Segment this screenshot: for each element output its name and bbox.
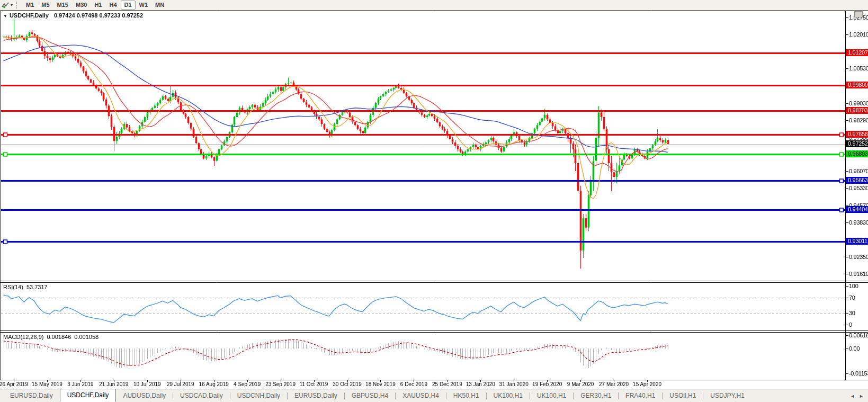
- level-price-label[interactable]: 1.01207: [846, 49, 868, 56]
- macd-label: MACD(12,26,9)0.0018460.001058: [3, 334, 102, 340]
- date-label: 23 Sep 2019: [262, 381, 300, 387]
- price-axis-tick: 0.99030: [849, 100, 868, 106]
- chart-canvas[interactable]: [0, 0, 868, 402]
- date-label: 4 Sep 2019: [228, 381, 266, 387]
- timeframe-button-m30[interactable]: M30: [72, 1, 91, 10]
- tab-usdchf-daily[interactable]: USDCHF,Daily: [60, 389, 117, 402]
- date-label: 25 Dec 2019: [428, 381, 466, 387]
- tab-uk100-h1[interactable]: UK100,H1: [487, 389, 530, 402]
- date-label: 6 Dec 2019: [395, 381, 433, 387]
- toolbar-grip[interactable]: [16, 2, 19, 8]
- price-axis-tick: 0.93830: [849, 219, 868, 226]
- date-label: 18 Nov 2019: [361, 381, 399, 387]
- tab-usoil-h1[interactable]: USOil,H1: [663, 389, 703, 402]
- timeframe-button-d1[interactable]: D1: [121, 1, 136, 10]
- price-axis-tick: 0.98290: [849, 117, 868, 123]
- macd-axis-tick: 0.00: [849, 345, 868, 352]
- timeframe-button-m5[interactable]: M5: [38, 1, 53, 10]
- rsi-value: 53.7317: [26, 284, 48, 290]
- tab-gbpusd-h4[interactable]: GBPUSD,H4: [345, 389, 395, 402]
- rsi-axis-tick: 30: [849, 310, 868, 316]
- tab-ger30-h1[interactable]: GER30,H1: [574, 389, 618, 402]
- price-axis-tick: 0.91610: [849, 271, 868, 277]
- date-label: 15 May 2019: [28, 381, 66, 387]
- tab-usdcnh-daily[interactable]: USDCNH,Daily: [230, 389, 287, 402]
- date-label: 9 Mar 2020: [561, 381, 599, 387]
- symbol-label: USDCHF,Daily: [10, 12, 49, 19]
- tab-usdcad-daily[interactable]: USDCAD,Daily: [173, 389, 230, 402]
- macd-axis-tick: -0.011531: [849, 370, 868, 377]
- macd-axis-tick: 0.006167: [849, 332, 868, 338]
- timeframe-button-m1[interactable]: M1: [22, 1, 38, 10]
- timeframe-group: M1M5M15M30H1H4D1W1MN: [22, 1, 168, 10]
- rsi-axis-tick: 70: [849, 294, 868, 301]
- date-label: 11 Oct 2019: [295, 381, 333, 387]
- tab-xauusd-h4[interactable]: XAUUSD,H4: [396, 389, 446, 402]
- date-label: 16 Aug 2019: [195, 381, 233, 387]
- tab-eurusd-daily[interactable]: EURUSD,Daily: [288, 389, 344, 402]
- date-label: 29 Jul 2019: [162, 381, 200, 387]
- chart-title: ▼USDCHF,Daily0.97424 0.97498 0.97233 0.9…: [3, 12, 143, 19]
- chart-tab-bar: EURUSD,DailyUSDCHF,DailyAUDUSD,DailyUSDC…: [0, 389, 868, 402]
- timeframe-button-h1[interactable]: H1: [91, 1, 105, 10]
- ohlc-values: 0.97424 0.97498 0.97233 0.97252: [54, 12, 143, 19]
- toolbar: ▾ M1M5M15M30H1H4D1W1MN: [0, 0, 868, 11]
- date-label: 13 Jan 2020: [461, 381, 499, 387]
- price-axis-tick: 0.95330: [849, 185, 868, 191]
- collapse-icon[interactable]: ▼: [3, 14, 7, 19]
- level-price-label[interactable]: 0.95663: [846, 177, 868, 184]
- level-price-label[interactable]: 0.99800: [846, 82, 868, 88]
- timeframe-button-mn[interactable]: MN: [151, 1, 168, 10]
- level-price-label[interactable]: 0.97658: [846, 131, 868, 138]
- rsi-name: RSI(14): [3, 284, 23, 290]
- price-axis-tick: 0.96070: [849, 168, 868, 174]
- rsi-label: RSI(14)53.7317: [3, 284, 51, 290]
- timeframe-button-h4[interactable]: H4: [105, 1, 120, 10]
- chevron-down-icon[interactable]: ▾: [11, 1, 13, 9]
- date-label: 31 Jan 2020: [495, 381, 533, 387]
- line-chart-icon[interactable]: [2, 1, 10, 9]
- level-price-label[interactable]: 0.96803: [846, 150, 868, 157]
- date-label: 19 Feb 2020: [528, 381, 566, 387]
- tab-fra40-h1[interactable]: FRA40,H1: [619, 389, 662, 402]
- date-label: 21 Jun 2019: [95, 381, 133, 387]
- tab-usdjpy-h1[interactable]: USDJPY,H1: [703, 389, 751, 402]
- tab-eurusd-daily[interactable]: EURUSD,Daily: [3, 389, 60, 402]
- level-price-label[interactable]: 0.98703: [846, 107, 868, 114]
- timeframe-button-w1[interactable]: W1: [136, 1, 152, 10]
- tab-uk100-h1[interactable]: UK100,H1: [530, 389, 573, 402]
- level-price-label[interactable]: 0.94404: [846, 206, 868, 213]
- trading-terminal-window: ▾ M1M5M15M30H1H4D1W1MN ▼USDCHF,Daily0.97…: [0, 0, 868, 402]
- date-label: 30 Oct 2019: [328, 381, 366, 387]
- tab-scroll-left-icon[interactable]: ◄: [850, 394, 855, 399]
- level-price-label[interactable]: 0.93011: [846, 238, 868, 245]
- macd-main-value: 0.001846: [47, 334, 71, 340]
- date-label: 15 Apr 2020: [628, 381, 666, 387]
- price-axis-tick: 0.92350: [849, 254, 868, 260]
- date-label: 3 Jun 2019: [61, 381, 100, 387]
- current-price-label: 0.97252: [846, 140, 868, 147]
- date-label: 27 Mar 2020: [595, 381, 633, 387]
- date-label: 10 Jul 2019: [128, 381, 166, 387]
- tab-scroll-right-icon[interactable]: ►: [859, 394, 864, 399]
- tab-audusd-daily[interactable]: AUDUSD,Daily: [116, 389, 173, 402]
- macd-signal-value: 0.001058: [74, 334, 99, 340]
- rsi-axis-tick: 100: [849, 283, 868, 289]
- tab-hk50-h1[interactable]: HK50,H1: [446, 389, 486, 402]
- macd-name: MACD(12,26,9): [3, 334, 43, 340]
- rsi-axis-tick: 0: [849, 321, 868, 328]
- price-axis-tick: 1.02010: [849, 31, 868, 38]
- axis-corner-button[interactable]: [854, 11, 863, 17]
- timeframe-button-m15[interactable]: M15: [53, 1, 72, 10]
- price-axis-tick: 1.00530: [849, 65, 868, 72]
